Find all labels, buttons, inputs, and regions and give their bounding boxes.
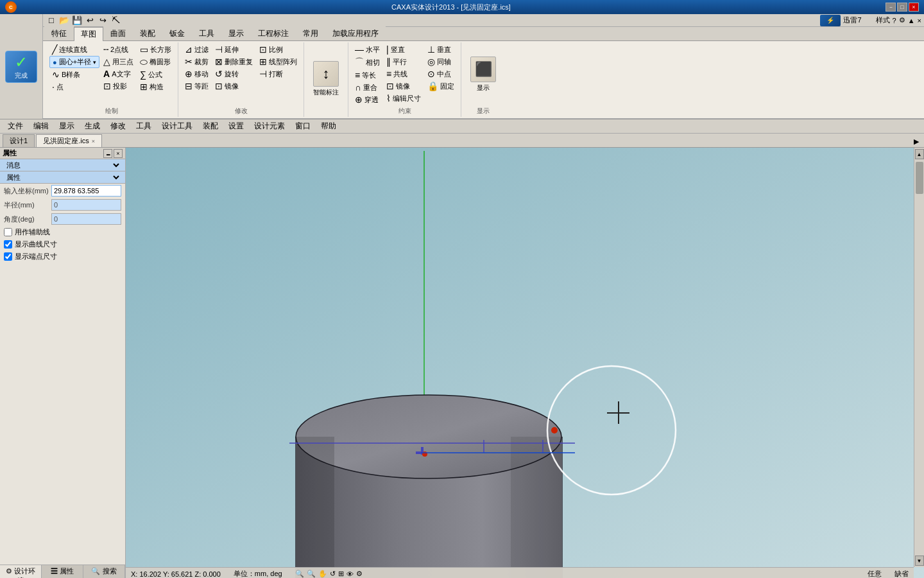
scroll-up-button[interactable]: ▲ xyxy=(915,149,924,159)
btn-3point[interactable]: △用三点 xyxy=(101,56,136,67)
menu-assembly[interactable]: 装配 xyxy=(198,119,223,133)
tab-scroll-right[interactable]: ▶ xyxy=(914,137,919,146)
menu-design-tools[interactable]: 设计工具 xyxy=(157,119,198,133)
btn-extend[interactable]: ⊣延伸 xyxy=(212,44,255,55)
btn-formula[interactable]: ∑公式 xyxy=(137,69,174,80)
panel-close-button[interactable]: × xyxy=(114,149,123,158)
close-tab-icon[interactable]: × xyxy=(92,138,95,144)
scrollbar-thumb[interactable] xyxy=(916,162,923,194)
panel-messages-header[interactable]: 消息 xyxy=(0,159,125,171)
tab-assembly[interactable]: 装配 xyxy=(133,26,162,40)
btn-circle-center-radius[interactable]: ●圆心+半径▾ xyxy=(49,56,99,68)
btn-display[interactable]: ⬛ 显示 xyxy=(465,44,501,105)
btn-filter[interactable]: ⊿过滤 xyxy=(182,44,211,55)
new-button[interactable]: □ xyxy=(46,15,57,26)
lp-tab-search[interactable]: 🔍 搜索 xyxy=(83,565,125,578)
menu-view[interactable]: 显示 xyxy=(54,119,80,133)
btn-trim[interactable]: ✂裁剪 xyxy=(182,56,211,67)
btn-move[interactable]: ⊕移动 xyxy=(182,68,211,80)
tab-common[interactable]: 常用 xyxy=(296,26,325,40)
btn-bspline[interactable]: ∿B样条 xyxy=(49,69,99,80)
minimize-button[interactable]: － xyxy=(886,3,896,12)
btn-ellipse[interactable]: ⬭椭圆形 xyxy=(137,56,174,68)
menu-edit[interactable]: 编辑 xyxy=(28,119,54,133)
tab-addons[interactable]: 加载应用程序 xyxy=(325,26,386,40)
btn-midpoint[interactable]: ⊙中点 xyxy=(425,68,457,80)
close-button[interactable]: × xyxy=(909,3,919,12)
tab-sketch[interactable]: 草图 xyxy=(74,27,103,41)
tab-tools[interactable]: 工具 xyxy=(192,26,221,40)
zoom-out-icon[interactable]: 🔍 xyxy=(295,570,304,578)
panel-float-button[interactable]: 🗕 xyxy=(103,149,112,158)
show-endpoint-dim-checkbox[interactable] xyxy=(4,252,12,261)
btn-coaxial[interactable]: ◎同轴 xyxy=(425,56,457,67)
btn-text[interactable]: AA文字 xyxy=(101,68,136,80)
btn-rectangle[interactable]: ▭长方形 xyxy=(137,44,174,55)
fit-icon[interactable]: ⊞ xyxy=(338,570,344,578)
messages-dropdown[interactable]: 消息 xyxy=(4,161,121,170)
tab-features[interactable]: 特征 xyxy=(44,26,74,40)
btn-mirror-con[interactable]: ⊡镜像 xyxy=(384,80,424,92)
scroll-down-button[interactable]: ▼ xyxy=(915,556,924,566)
menu-file[interactable]: 文件 xyxy=(3,119,28,133)
btn-coincident[interactable]: ∩重合 xyxy=(352,82,382,93)
show-curve-dim-checkbox[interactable] xyxy=(4,240,12,249)
lp-tab-design-env[interactable]: ⚙ 设计环境 xyxy=(0,565,42,578)
btn-pierce[interactable]: ⊕穿透 xyxy=(352,94,382,105)
btn-project[interactable]: ⊡投影 xyxy=(101,80,136,92)
complete-button[interactable]: ✓ 完成 xyxy=(5,51,37,83)
lp-tab-properties[interactable]: ☰ 属性 xyxy=(42,565,83,578)
pan-icon[interactable]: ✋ xyxy=(318,570,327,578)
menu-help[interactable]: 帮助 xyxy=(316,119,341,133)
tab-surface[interactable]: 曲面 xyxy=(103,26,133,40)
btn-vertical[interactable]: |竖直 xyxy=(384,44,424,55)
open-button[interactable]: 📂 xyxy=(58,15,70,26)
minimize-ribbon[interactable]: ▲ xyxy=(908,17,915,24)
btn-remove-dup[interactable]: ⊠删除重复 xyxy=(212,56,255,67)
tab-design1[interactable]: 设计1 xyxy=(3,134,35,147)
tab-sheetmetal[interactable]: 钣金 xyxy=(162,26,192,40)
tab-ics-file[interactable]: 见洪固定座.ics × xyxy=(36,134,102,147)
properties-dropdown[interactable]: 属性 xyxy=(4,173,121,182)
btn-mirror[interactable]: ⊡镜像 xyxy=(212,80,255,92)
close-ribbon[interactable]: × xyxy=(918,17,921,24)
btn-edit-dim[interactable]: ⌇编辑尺寸 xyxy=(384,92,424,104)
btn-parallel[interactable]: ∥平行 xyxy=(384,56,424,67)
maximize-button[interactable]: □ xyxy=(897,3,907,12)
viewport[interactable]: X: 16.202 Y: 65.621 Z: 0.000 单位：mm, deg … xyxy=(126,148,924,578)
menu-design-elements[interactable]: 设计元素 xyxy=(249,119,290,133)
rotate-icon[interactable]: ↺ xyxy=(330,570,336,578)
btn-construct[interactable]: ⊞构造 xyxy=(137,81,174,92)
tab-annotation[interactable]: 工程标注 xyxy=(251,26,296,40)
zoom-in-icon[interactable]: 🔍 xyxy=(307,570,316,578)
radius-input[interactable] xyxy=(51,199,121,211)
btn-perpendicular[interactable]: ⊥垂直 xyxy=(425,44,457,55)
btn-rotate[interactable]: ↺旋转 xyxy=(212,68,255,80)
btn-collinear[interactable]: ≡共线 xyxy=(384,68,424,80)
btn-horizontal[interactable]: —水平 xyxy=(352,44,382,55)
settings2-icon[interactable]: ⚙ xyxy=(356,570,363,578)
help-icon[interactable]: ? xyxy=(893,17,896,24)
menu-modify[interactable]: 修改 xyxy=(105,119,131,133)
btn-offset[interactable]: ⊟等距 xyxy=(182,80,211,92)
panel-properties-header[interactable]: 属性 xyxy=(0,171,125,183)
viewport-scrollbar[interactable]: ▲ ▼ xyxy=(914,148,924,567)
btn-smart-dim[interactable]: ↕ 智能标注 xyxy=(308,44,344,114)
menu-generate[interactable]: 生成 xyxy=(80,119,105,133)
menu-settings[interactable]: 设置 xyxy=(223,119,249,133)
view-icon[interactable]: 👁 xyxy=(346,570,354,578)
tab-display[interactable]: 显示 xyxy=(221,26,251,40)
btn-array[interactable]: ⊞线型阵列 xyxy=(257,56,300,67)
menu-window[interactable]: 窗口 xyxy=(290,119,316,133)
btn-point[interactable]: ·点 xyxy=(49,81,99,92)
btn-scale[interactable]: ⊡比例 xyxy=(257,44,300,55)
save-button[interactable]: 💾 xyxy=(71,15,83,26)
use-construction-checkbox[interactable] xyxy=(4,228,12,236)
btn-equal-length[interactable]: ≡等长 xyxy=(352,69,382,81)
btn-fixed[interactable]: 🔒固定 xyxy=(425,80,457,92)
settings-icon[interactable]: ⚙ xyxy=(899,16,905,24)
coord-input[interactable] xyxy=(51,185,121,197)
undo-button[interactable]: ↩ xyxy=(84,15,96,26)
tools-button[interactable]: ⛏ xyxy=(110,15,121,26)
btn-break[interactable]: ⊣打断 xyxy=(257,68,300,80)
